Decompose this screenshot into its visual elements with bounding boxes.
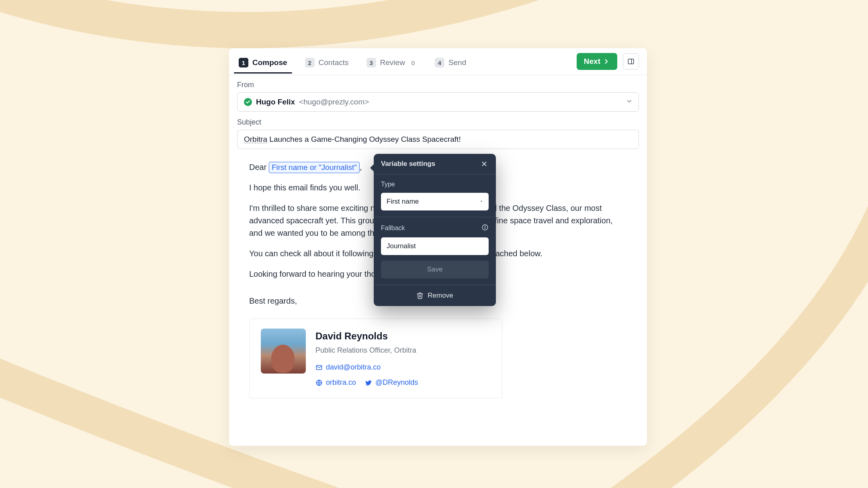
panel-toggle-button[interactable] — [623, 53, 639, 69]
tab-number: 2 — [305, 58, 315, 67]
subject-label: Subject — [237, 118, 639, 127]
close-icon — [481, 160, 488, 167]
verified-icon — [244, 98, 252, 106]
variable-chip-firstname[interactable]: First name or "Journalist" — [269, 162, 360, 173]
tab-number: 1 — [239, 58, 248, 67]
variable-type-select[interactable]: First name — [381, 193, 489, 210]
popover-fallback-section: Fallback Save — [374, 217, 496, 285]
svg-rect-0 — [628, 59, 634, 64]
from-email: <hugo@prezly.com> — [299, 98, 369, 106]
next-button[interactable]: Next — [577, 53, 617, 70]
subject-input[interactable]: Orbitra Launches a Game-Changing Odyssey… — [237, 130, 639, 149]
popover-title: Variable settings — [381, 160, 435, 168]
tab-contacts[interactable]: 2 Contacts — [303, 55, 350, 73]
fallback-label: Fallback — [381, 224, 489, 233]
remove-button[interactable]: Remove — [374, 285, 496, 306]
info-icon[interactable] — [481, 224, 489, 233]
wizard-actions: Next — [577, 53, 639, 75]
fallback-label-text: Fallback — [381, 225, 405, 232]
tab-review[interactable]: 3 Review 0 — [365, 55, 419, 73]
tab-label: Compose — [252, 58, 287, 67]
tab-label: Review — [380, 58, 405, 67]
panel-right-icon — [627, 58, 635, 65]
tab-label: Send — [448, 58, 466, 67]
variable-settings-popover: Variable settings Type First name Fallba… — [374, 154, 496, 306]
from-label: From — [237, 81, 639, 89]
tab-number: 4 — [435, 58, 444, 67]
signature-name: David Reynolds — [315, 329, 418, 343]
signature-twitter-link[interactable]: @DReynolds — [365, 377, 418, 388]
save-button[interactable]: Save — [381, 261, 489, 278]
twitter-icon — [365, 379, 372, 386]
tab-label: Contacts — [319, 58, 349, 67]
tab-count-badge: 0 — [409, 58, 417, 67]
wizard-tabs-bar: 1 Compose 2 Contacts 3 Review 0 4 Send N… — [229, 48, 647, 75]
signature-website-text: orbitra.co — [326, 377, 356, 388]
remove-button-label: Remove — [428, 292, 453, 300]
subject-brand: Orbitra — [244, 135, 267, 143]
signature-email-link[interactable]: david@orbitra.co — [315, 362, 418, 373]
signature-email-text: david@orbitra.co — [326, 362, 381, 373]
signature-card: David Reynolds Public Relations Officer,… — [249, 319, 502, 398]
signature-title: Public Relations Officer, Orbitra — [315, 345, 418, 356]
subject-text: Launches a Game-Changing Odyssey Class S… — [267, 135, 461, 143]
wizard-tabs: 1 Compose 2 Contacts 3 Review 0 4 Send — [237, 55, 468, 73]
from-select[interactable]: Hugo Felix <hugo@prezly.com> — [237, 92, 639, 112]
trash-icon — [416, 292, 424, 299]
greeting-text: Dear — [249, 163, 269, 172]
next-button-label: Next — [584, 57, 600, 66]
tab-send[interactable]: 4 Send — [433, 55, 468, 73]
type-label: Type — [381, 181, 489, 188]
chevron-right-icon — [603, 58, 610, 65]
close-button[interactable] — [480, 159, 489, 168]
popover-type-section: Type First name — [374, 174, 496, 217]
signature-website-link[interactable]: orbitra.co — [315, 377, 356, 388]
popover-header: Variable settings — [374, 154, 496, 174]
signature-info: David Reynolds Public Relations Officer,… — [315, 329, 418, 388]
chevron-down-icon — [626, 98, 633, 107]
signature-avatar — [261, 329, 306, 374]
tab-number: 3 — [366, 58, 376, 67]
svg-point-9 — [485, 226, 485, 226]
email-headers: From Hugo Felix <hugo@prezly.com> Subjec… — [229, 75, 647, 149]
greeting-comma: , — [360, 163, 362, 172]
tab-compose[interactable]: 1 Compose — [237, 55, 289, 73]
signature-twitter-text: @DReynolds — [375, 377, 418, 388]
from-name: Hugo Felix — [256, 98, 295, 106]
fallback-input[interactable] — [381, 237, 489, 255]
globe-icon — [315, 379, 323, 386]
mail-icon — [315, 364, 323, 371]
